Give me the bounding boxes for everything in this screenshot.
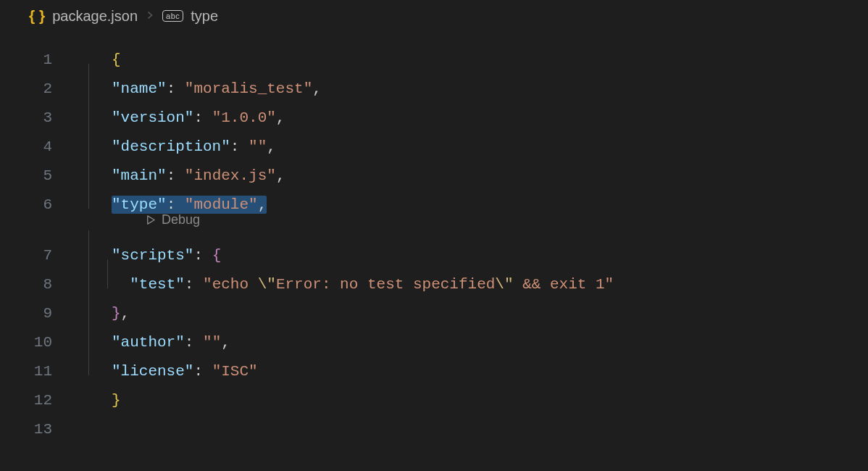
json-icon: { } — [29, 7, 45, 25]
line-number: 7 — [0, 241, 57, 270]
code-content[interactable]: }, — [112, 299, 130, 328]
line-number: 10 — [0, 328, 57, 357]
string-type-icon: abc — [162, 10, 183, 22]
code-content[interactable]: "test": "echo \"Error: no test specified… — [112, 270, 614, 299]
play-icon — [145, 214, 156, 225]
code-content[interactable]: "main": "index.js", — [112, 162, 285, 191]
line-number: 4 — [0, 133, 57, 162]
breadcrumb[interactable]: { } package.json abc type — [0, 0, 868, 32]
code-line: 2 "name": "moralis_test", — [0, 64, 868, 93]
line-number: 8 — [0, 270, 57, 299]
line-number: 9 — [0, 299, 57, 328]
code-line: 1 { — [0, 35, 868, 64]
line-number: 5 — [0, 162, 57, 191]
code-editor[interactable]: 1 { 2 "name": "moralis_test", 3 "version… — [0, 32, 868, 433]
breadcrumb-property: type — [191, 8, 218, 25]
line-number: 2 — [0, 75, 57, 104]
line-number: 13 — [0, 415, 57, 444]
line-number: 12 — [0, 386, 57, 415]
code-line: 7 "scripts": { — [0, 230, 868, 259]
code-content[interactable]: { — [112, 46, 121, 75]
code-content[interactable]: "name": "moralis_test", — [112, 75, 322, 104]
line-number: 6 — [0, 191, 57, 220]
code-line: 10 "author": "", — [0, 317, 868, 346]
line-number: 1 — [0, 46, 57, 75]
line-number: 11 — [0, 357, 57, 386]
debug-label: Debug — [162, 209, 200, 230]
code-content[interactable]: "license": "ISC" — [112, 357, 258, 386]
code-line: 13 — [0, 404, 868, 433]
chevron-right-icon — [145, 9, 155, 24]
code-content[interactable]: "scripts": { — [112, 241, 221, 270]
breadcrumb-file: package.json — [52, 8, 138, 25]
code-content[interactable]: } — [112, 386, 121, 415]
code-content[interactable]: "author": "", — [112, 328, 230, 357]
code-content[interactable]: "version": "1.0.0", — [112, 104, 285, 133]
line-number: 3 — [0, 104, 57, 133]
code-content[interactable]: "description": "", — [112, 133, 276, 162]
